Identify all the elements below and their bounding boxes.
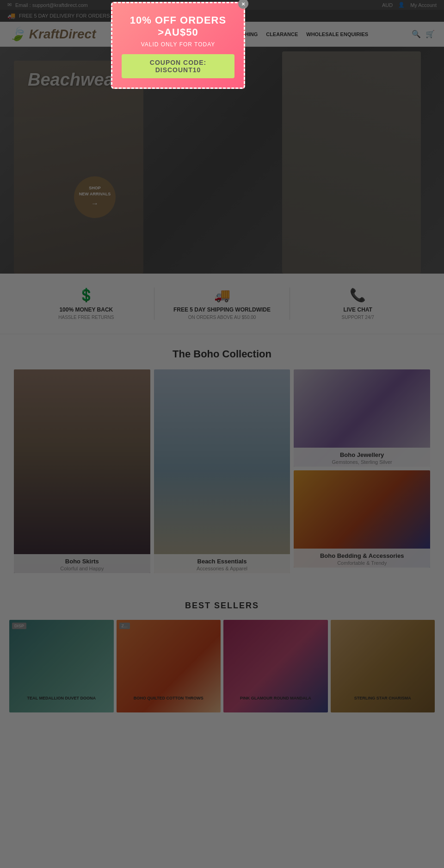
- modal-overlay[interactable]: × 10% OFF ORDERS >AU$50 VALID ONLY FOR T…: [0, 0, 444, 726]
- discount-modal: × 10% OFF ORDERS >AU$50 VALID ONLY FOR T…: [111, 2, 245, 89]
- modal-close-button[interactable]: ×: [238, 0, 248, 9]
- modal-coupon[interactable]: COUPON CODE: DISCOUNT10: [122, 54, 234, 78]
- modal-subtitle: VALID ONLY FOR TODAY: [122, 41, 234, 48]
- modal-title: 10% OFF ORDERS >AU$50: [122, 14, 234, 38]
